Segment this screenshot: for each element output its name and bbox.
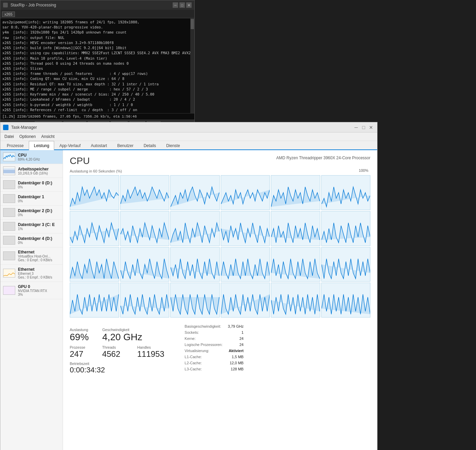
sidebar-item-disk0[interactable]: Datenträger 0 (D:) 0%: [0, 178, 63, 192]
disk3-label: Datenträger 3 (C: E 1%: [18, 222, 55, 231]
menu-ansicht[interactable]: Ansicht: [39, 133, 57, 140]
cpu-cell-16: [221, 247, 270, 282]
eth1-label: Ethernet Ethernet 3Ges.: 0 Empf.: 0 KBit…: [18, 267, 52, 279]
close-button[interactable]: ✕: [186, 2, 192, 8]
tab-dienste[interactable]: Dienste: [161, 141, 185, 150]
disk1-mini-chart: [3, 194, 15, 203]
virtualisierung-row: Virtualisierung: Aktiviert: [185, 349, 243, 353]
disk4-label: Datenträger 4 (D:) 0%: [18, 236, 52, 245]
utilization-stat-label: Auslastung: [70, 328, 89, 332]
eth0-sub: VirtualBox Host-Onl...Ges.: 0 Empf.: 0 K…: [18, 254, 52, 262]
cpu-cell-9: [170, 211, 220, 246]
threads-counter: Threads 4562: [102, 345, 120, 359]
staxrip-app-icon: [3, 3, 8, 7]
tab-details[interactable]: Details: [138, 141, 161, 150]
gpu0-main: GPU 0: [18, 284, 47, 289]
svg-rect-1: [3, 170, 15, 173]
percent-100-label: 100%: [359, 168, 368, 172]
menu-optionen[interactable]: Optionen: [17, 133, 39, 140]
gpu0-mini-chart: [3, 286, 15, 295]
handles-counter: Handles 111953: [137, 345, 164, 359]
taskman-close-btn[interactable]: ✕: [368, 124, 374, 131]
disk4-sub: 0%: [18, 241, 52, 245]
titlebar-controls: ─ □ ✕: [173, 2, 192, 8]
speed-stat-label: Geschwindigkeit: [102, 328, 142, 332]
ram-mini-chart: [3, 166, 15, 175]
disk0-main: Datenträger 0 (D:): [18, 181, 52, 185]
prozesse-label: Prozesse: [70, 345, 85, 349]
handles-label: Handles: [137, 345, 164, 349]
cpu-cell-17: [271, 247, 320, 282]
cpu-cell-24: [321, 283, 371, 318]
log-text: avs2pipemod[info]: writing 182005 frames…: [2, 20, 192, 113]
cpu-main-content: CPU AMD Ryzen Threadripper 3960X 24-Core…: [63, 150, 377, 450]
sidebar-item-disk2[interactable]: Datenträger 2 (D:) 0%: [0, 206, 63, 220]
sidebar-item-disk1[interactable]: Datenträger 1 0%: [0, 192, 63, 206]
eth1-main: Ethernet: [18, 267, 52, 272]
menu-datei[interactable]: Datei: [2, 133, 17, 140]
cpu-label-sub: 69% 4,20 GHz: [18, 158, 40, 161]
sockets-row: Sockets: 1: [185, 330, 243, 334]
sockets-key: Sockets:: [185, 330, 199, 334]
cpu-cell-12: [321, 211, 371, 246]
maximize-button[interactable]: □: [179, 2, 185, 8]
sidebar-item-gpu0[interactable]: GPU 0 NVIDIA TITAN RTX3%: [0, 282, 63, 299]
logische-key: Logische Prozessoren:: [185, 343, 222, 347]
basisgeschwindigkeit-row: Basisgeschwindigkeit: 3,79 GHz: [185, 324, 243, 328]
basisgeschwindigkeit-key: Basisgeschwindigkeit:: [185, 324, 221, 328]
ram-label-sub: 10,2/63,9 GB (16%): [18, 171, 49, 175]
tab-benutzer[interactable]: Benutzer: [112, 141, 138, 150]
sidebar-item-ram[interactable]: Arbeitsspeicher 10,2/63,9 GB (16%): [0, 164, 63, 178]
disk0-sub: 0%: [18, 185, 52, 189]
eth1-mini-chart: [3, 269, 15, 278]
gpu0-sub: NVIDIA TITAN RTX3%: [18, 289, 47, 296]
cpu-section-title: CPU: [70, 156, 90, 166]
disk0-label: Datenträger 0 (D:) 0%: [18, 181, 52, 189]
cpu-cell-11: [271, 211, 320, 246]
disk2-main: Datenträger 2 (D:): [18, 208, 52, 213]
tab-autostart[interactable]: Autostart: [86, 141, 112, 150]
basisgeschwindigkeit-val: 3,79 GHz: [228, 324, 243, 328]
disk1-sub: 0%: [18, 199, 44, 203]
eth0-mini-chart: [3, 251, 15, 260]
eth0-label: Ethernet VirtualBox Host-Onl...Ges.: 0 E…: [18, 250, 52, 262]
utilization-stat-value: 69%: [70, 332, 89, 343]
codec-badge[interactable]: x265: [2, 12, 15, 17]
sidebar-item-disk4[interactable]: Datenträger 4 (D:) 0%: [0, 233, 63, 247]
virtualisierung-val: Aktiviert: [229, 349, 243, 353]
utilization-label: Auslastung in 60 Sekunden (%): [70, 169, 122, 173]
l3-val: 128 MB: [231, 367, 244, 371]
taskman-menubar: Datei Optionen Ansicht: [0, 132, 377, 141]
staxrip-titlebar: StaxRip - Job Processing ─ □ ✕: [0, 0, 194, 10]
cpu-model-label: AMD Ryzen Threadripper 3960X 24-Core Pro…: [276, 156, 370, 160]
sidebar-item-disk3[interactable]: Datenträger 3 (C: E 1%: [0, 220, 63, 233]
log-scrollbar[interactable]: [190, 18, 194, 113]
l2-key: L2-Cache:: [185, 361, 202, 365]
betriebszeit-value: 0:00:34:32: [70, 366, 164, 374]
staxrip-toolbar: x265: [0, 10, 194, 18]
cpu-cell-5: [271, 175, 320, 210]
cpu-cell-15: [170, 247, 220, 282]
ram-label-main: Arbeitsspeicher: [18, 167, 49, 171]
cpu-cell-19: [70, 283, 119, 318]
sidebar-item-eth0[interactable]: Ethernet VirtualBox Host-Onl...Ges.: 0 E…: [0, 247, 63, 265]
disk2-sub: 0%: [18, 213, 52, 217]
cpu-cell-3: [170, 175, 220, 210]
l3-key: L3-Cache:: [185, 367, 202, 371]
left-stats: Auslastung 69% Geschwindigkeit 4,20 GHz …: [70, 324, 164, 374]
threads-value: 4562: [102, 349, 120, 359]
disk4-mini-chart: [3, 236, 15, 245]
tab-prozesse[interactable]: Prozesse: [2, 141, 29, 150]
tab-app-verlauf[interactable]: App-Verlauf: [54, 141, 86, 150]
sidebar-item-eth1[interactable]: Ethernet Ethernet 3Ges.: 0 Empf.: 0 KBit…: [0, 265, 63, 282]
sidebar-item-cpu[interactable]: CPU 69% 4,20 GHz: [0, 150, 63, 164]
scrollbar-thumb: [191, 19, 194, 29]
cpu-grid: [70, 175, 370, 318]
taskman-maximize-btn[interactable]: □: [360, 124, 367, 131]
taskman-minimize-btn[interactable]: ─: [353, 124, 360, 131]
minimize-button[interactable]: ─: [173, 2, 178, 8]
ram-sidebar-label: Arbeitsspeicher 10,2/63,9 GB (16%): [18, 167, 49, 175]
cpu-cell-10: [221, 211, 270, 246]
tab-leistung[interactable]: Leistung: [29, 141, 54, 150]
l2-row: L2-Cache: 12,0 MB: [185, 361, 243, 365]
